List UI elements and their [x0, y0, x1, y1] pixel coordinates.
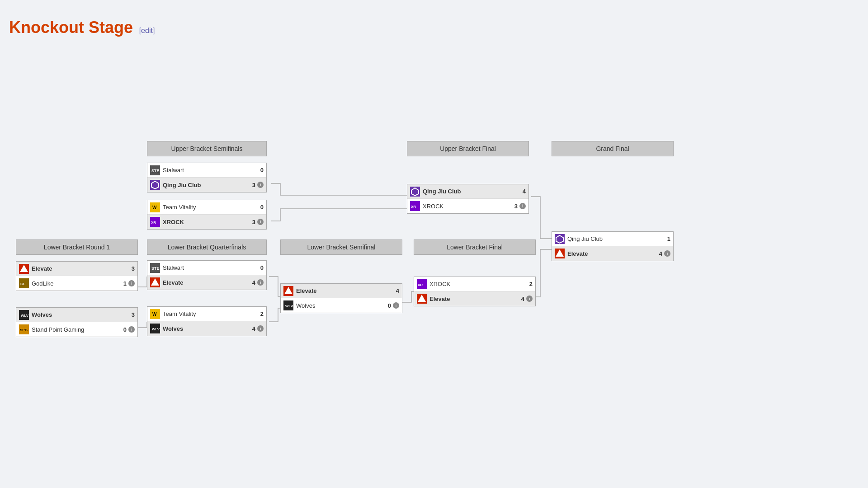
logo-xrock-ubf: XR [410, 201, 420, 211]
team-vitality-ubs2: W Team Vitality 0 [147, 200, 266, 215]
header-lbr1: Lower Bracket Round 1 [16, 239, 138, 255]
team-godlike-lbr1: GL GodLike 1 i [16, 276, 137, 291]
matchup-gf: Qing Jiu Club 1 Elevate 4 i [552, 231, 674, 261]
matchup-ubf: Qing Jiu Club 4 XR XROCK 3 i [407, 184, 529, 214]
logo-xrock-lbf: XR [417, 279, 427, 289]
team-xrock-lbf: XR XROCK 2 [414, 277, 535, 291]
svg-text:XR: XR [411, 205, 416, 209]
info-lbq1[interactable]: i [257, 279, 264, 286]
logo-godlike-lbr1: GL [19, 278, 29, 288]
team-elevate-lbf: Elevate 4 i [414, 291, 535, 306]
page-title: Knockout Stage [9, 18, 133, 37]
logo-stalwart-ubs1: STE [150, 165, 160, 175]
header-gf: Grand Final [552, 141, 674, 156]
svg-text:STE: STE [151, 169, 160, 173]
svg-text:SPG: SPG [20, 328, 28, 332]
team-elevate-lbq1: Elevate 4 i [147, 275, 266, 290]
team-xrock-ubs2: XR XROCK 3 i [147, 215, 266, 229]
header-ubs: Upper Bracket Semifinals [147, 141, 267, 156]
header-ubf: Upper Bracket Final [407, 141, 529, 156]
page-header: Knockout Stage [edit] [9, 18, 859, 37]
team-stalwart-ubs1: STE Stalwart 0 [147, 163, 266, 178]
info-lbr1-1[interactable]: i [128, 280, 135, 286]
info-lbr1-2[interactable]: i [128, 326, 135, 333]
logo-xrock-ubs2: XR [150, 217, 160, 227]
header-lbsf: Lower Bracket Semifinal [280, 239, 402, 255]
matchup-lbq2: W Team Vitality 2 WLV Wolves 4 i [147, 306, 267, 336]
matchup-ubs1: STE Stalwart 0 Qing Jiu Club 3 i [147, 163, 267, 192]
team-qjc-ubf: Qing Jiu Club 4 [407, 184, 528, 199]
svg-text:W: W [152, 205, 157, 210]
logo-vitality-lbq2: W [150, 309, 160, 319]
svg-text:W: W [152, 312, 157, 317]
logo-elevate-lbf [417, 294, 427, 304]
matchup-lbsf: Elevate 4 WLV Wolves 0 i [280, 283, 402, 313]
logo-qjc-ubf [410, 187, 420, 197]
team-qjc-gf: Qing Jiu Club 1 [552, 232, 673, 246]
svg-text:WLV: WLV [152, 327, 160, 331]
matchup-lbr1-2: WLV Wolves 3 SPG Stand Point Gaming 0 i [16, 307, 138, 337]
team-elevate-lbsf: Elevate 4 [281, 284, 402, 298]
logo-elevate-lbr1 [19, 264, 29, 274]
logo-qjc-ubs1 [150, 180, 160, 190]
matchup-ubs2: W Team Vitality 0 XR XROCK 3 i [147, 200, 267, 230]
info-gf[interactable]: i [664, 250, 670, 257]
bracket-wrapper: Upper Bracket Semifinals STE Stalwart 0 … [9, 46, 854, 362]
matchup-lbq1: STE Stalwart 0 Elevate 4 i [147, 260, 267, 290]
logo-wolves-lbq2: WLV [150, 324, 160, 333]
info-ubs1[interactable]: i [257, 182, 264, 188]
logo-elevate-gf [555, 249, 565, 258]
info-ubf[interactable]: i [519, 203, 526, 209]
team-wolves-lbsf: WLV Wolves 0 i [281, 298, 402, 313]
edit-link[interactable]: [edit] [139, 27, 155, 34]
matchup-lbf: XR XROCK 2 Elevate 4 i [414, 277, 536, 306]
page: Knockout Stage [edit] Upper Br [0, 0, 868, 380]
team-wolves-lbr1: WLV Wolves 3 [16, 308, 137, 322]
team-spg-lbr1: SPG Stand Point Gaming 0 i [16, 322, 137, 337]
logo-stalwart-lbq1: STE [150, 263, 160, 273]
logo-wolves-lbr1: WLV [19, 310, 29, 320]
logo-wolves-lbsf: WLV [283, 300, 293, 310]
team-stalwart-lbq1: STE Stalwart 0 [147, 261, 266, 275]
logo-elevate-lbsf [283, 286, 293, 296]
logo-spg-lbr1: SPG [19, 324, 29, 334]
svg-text:XR: XR [151, 221, 156, 225]
svg-text:WLV: WLV [21, 314, 29, 318]
info-lbsf[interactable]: i [393, 302, 399, 309]
team-wolves-lbq2: WLV Wolves 4 i [147, 321, 266, 336]
info-lbq2[interactable]: i [257, 325, 264, 332]
team-elevate-gf: Elevate 4 i [552, 246, 673, 261]
team-elevate-lbr1: Elevate 3 [16, 262, 137, 276]
header-lbf: Lower Bracket Final [414, 239, 536, 255]
logo-vitality-ubs2: W [150, 202, 160, 212]
svg-text:WLV: WLV [285, 304, 293, 308]
logo-qjc-gf [555, 234, 565, 244]
team-xrock-ubf: XR XROCK 3 i [407, 199, 528, 213]
info-lbf[interactable]: i [526, 296, 533, 302]
svg-text:XR: XR [418, 283, 423, 287]
logo-elevate-lbq1 [150, 277, 160, 287]
team-qjc-ubs1: Qing Jiu Club 3 i [147, 178, 266, 192]
header-lbq: Lower Bracket Quarterfinals [147, 239, 267, 255]
svg-text:GL: GL [20, 282, 25, 286]
team-vitality-lbq2: W Team Vitality 2 [147, 307, 266, 321]
info-ubs2[interactable]: i [257, 219, 264, 225]
svg-text:STE: STE [151, 266, 160, 271]
matchup-lbr1-1: Elevate 3 GL GodLike 1 i [16, 261, 138, 291]
